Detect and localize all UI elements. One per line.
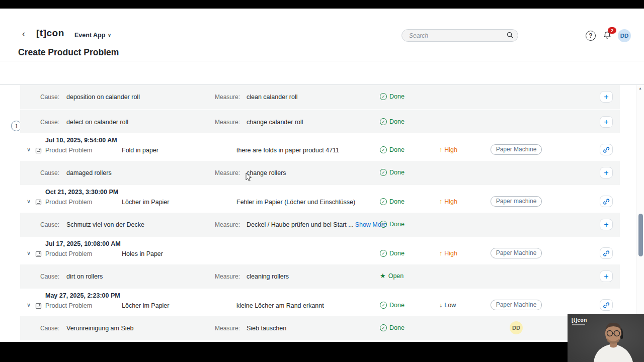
app-menu-button[interactable]: Event App∨	[74, 32, 111, 39]
status-text: Done	[389, 324, 405, 331]
measure-row: Cause: defect on calander roll Measure: …	[20, 109, 620, 133]
add-action-button[interactable]: +	[600, 219, 613, 230]
problem-description: kleine Löcher am Rand erkannt	[236, 302, 324, 309]
measure-row: Cause: dirt on rollers Measure: cleaning…	[20, 264, 620, 289]
priority-arrow-icon: ↓	[439, 302, 442, 309]
measure-row: Cause: Verunreinigung am Sieb Measure: S…	[20, 316, 620, 340]
problem-type-label: Product Problem	[45, 302, 92, 309]
letterbox-top	[0, 0, 644, 9]
link-button[interactable]	[600, 144, 613, 155]
problem-name: Löcher im Papier	[122, 199, 170, 206]
measure-row: Cause: damaged rollers Measure: change r…	[20, 161, 620, 185]
measure-value-wrap: clean calander rollShow More	[247, 94, 297, 101]
equipment-cell: Paper Machine	[466, 300, 567, 310]
problem-date: Jul 17, 2025, 10:08:00 AM	[45, 240, 121, 247]
wizard-stepper: 1 Type 2 Details 3 Actions (Optional)	[0, 61, 644, 85]
add-action-button[interactable]: +	[600, 270, 613, 282]
link-button[interactable]	[600, 299, 613, 311]
problem-type-icon	[35, 250, 42, 259]
measure-label: Measure:	[204, 94, 240, 101]
priority-indicator: ↑ High	[439, 146, 457, 153]
problem-date: Oct 21, 2023, 3:30:00 PM	[45, 189, 118, 196]
problem-description: Fehler im Papier (Löcher und Einschlüsse…	[236, 199, 355, 206]
priority-arrow-icon: ↑	[439, 146, 442, 153]
notification-badge: 2	[608, 27, 616, 34]
problem-row: Jul 17, 2025, 10:08:00 AM ∨ Product Prob…	[20, 237, 620, 264]
problem-type-icon	[35, 147, 42, 156]
help-icon[interactable]: ?	[586, 31, 596, 41]
scroll-up-arrow[interactable]: ▲	[638, 86, 642, 90]
collapse-chevron-icon[interactable]: ∨	[27, 146, 31, 153]
equipment-tag: Paper machine	[491, 196, 542, 207]
problem-row: May 27, 2025, 2:23:00 PM ∨ Product Probl…	[20, 289, 620, 316]
search-input[interactable]	[401, 29, 518, 42]
problem-date: Jul 10, 2025, 9:54:00 AM	[45, 137, 117, 144]
problem-date: May 27, 2025, 2:23:00 PM	[45, 292, 120, 299]
cause-value: dirt on rollers	[66, 273, 103, 280]
mouse-cursor	[245, 172, 252, 183]
measure-label: Measure:	[204, 119, 240, 126]
add-action-button[interactable]: +	[600, 116, 613, 128]
priority-text: Low	[444, 302, 456, 309]
add-action-button[interactable]: +	[600, 167, 613, 178]
collapse-chevron-icon[interactable]: ∨	[27, 198, 31, 205]
priority-arrow-icon: ↑	[439, 198, 442, 205]
link-button[interactable]	[600, 247, 613, 259]
status-text: Done	[389, 169, 405, 176]
done-check-icon: ✓	[380, 250, 387, 257]
measure-value: change calander roll	[247, 119, 303, 126]
cause-value: Verunreinigung am Sieb	[66, 325, 133, 332]
done-check-icon: ✓	[380, 324, 387, 331]
status-badge: ✓ ★ Done	[380, 93, 405, 100]
measure-value-wrap: Deckel / Haube prüfen und bei Start ...S…	[247, 221, 387, 228]
measure-row: Cause: Schmutz viel von der Decke Measur…	[20, 213, 620, 237]
measure-value: clean calander roll	[247, 94, 297, 101]
cause-label: Cause:	[29, 273, 59, 280]
webcam-overlay: [t]con	[568, 314, 644, 362]
collapse-chevron-icon[interactable]: ∨	[27, 302, 31, 308]
problem-row: Jul 10, 2025, 9:54:00 AM ∨ Product Probl…	[20, 133, 620, 161]
equipment-tag: Paper Machine	[491, 300, 542, 310]
status-text: Done	[389, 198, 405, 205]
scrollbar[interactable]: ▲	[636, 85, 644, 342]
measure-value-wrap: cleaning rollersShow More	[247, 273, 289, 280]
logo-letter: t	[40, 28, 43, 38]
user-avatar[interactable]: DD	[618, 29, 631, 42]
priority-arrow-icon: ↑	[439, 250, 442, 257]
scrollbar-thumb[interactable]	[638, 214, 643, 256]
link-icon	[603, 146, 610, 153]
problem-description: there are folds in paper product 4711	[236, 147, 339, 154]
status-badge: ✓ ★ Done	[380, 118, 405, 125]
problem-name: Fold in paper	[122, 147, 158, 154]
priority-indicator: ↓ Low	[439, 302, 456, 309]
event-app-window: ‹ [t]con Event App∨ ? 2 DD Create Produc…	[0, 9, 644, 342]
link-icon	[603, 302, 610, 309]
cause-label: Cause:	[29, 169, 59, 176]
cause-value: damaged rollers	[66, 169, 112, 176]
priority-text: High	[444, 250, 457, 257]
add-action-button[interactable]: +	[600, 91, 613, 103]
assignee-avatar[interactable]: DD	[510, 321, 523, 334]
link-icon	[603, 250, 610, 257]
status-text: Done	[389, 302, 405, 309]
search-field[interactable]	[401, 29, 518, 42]
collapse-chevron-icon[interactable]: ∨	[27, 250, 31, 256]
status-badge: ✓ ★ Done	[380, 169, 405, 176]
done-check-icon: ✓	[380, 93, 387, 100]
equipment-cell: Paper Machine	[466, 248, 567, 258]
status-badge: ✓ ★ Open	[380, 273, 404, 280]
equipment-cell: Paper Machine	[466, 144, 567, 155]
priority-indicator: ↑ High	[439, 250, 457, 257]
status-text: Done	[389, 250, 405, 257]
cause-label: Cause:	[29, 221, 59, 228]
done-check-icon: ✓	[380, 198, 387, 205]
back-button[interactable]: ‹	[22, 29, 25, 38]
done-check-icon: ✓	[380, 118, 387, 125]
open-star-icon: ★	[380, 273, 386, 280]
status-badge: ✓ ★ Done	[380, 221, 405, 228]
link-button[interactable]	[600, 196, 613, 207]
notifications-button[interactable]: 2	[603, 31, 613, 41]
status-badge: ✓ ★ Done	[380, 302, 405, 309]
screen: ‹ [t]con Event App∨ ? 2 DD Create Produc…	[0, 0, 644, 362]
webcam-logo-subline	[572, 324, 585, 325]
